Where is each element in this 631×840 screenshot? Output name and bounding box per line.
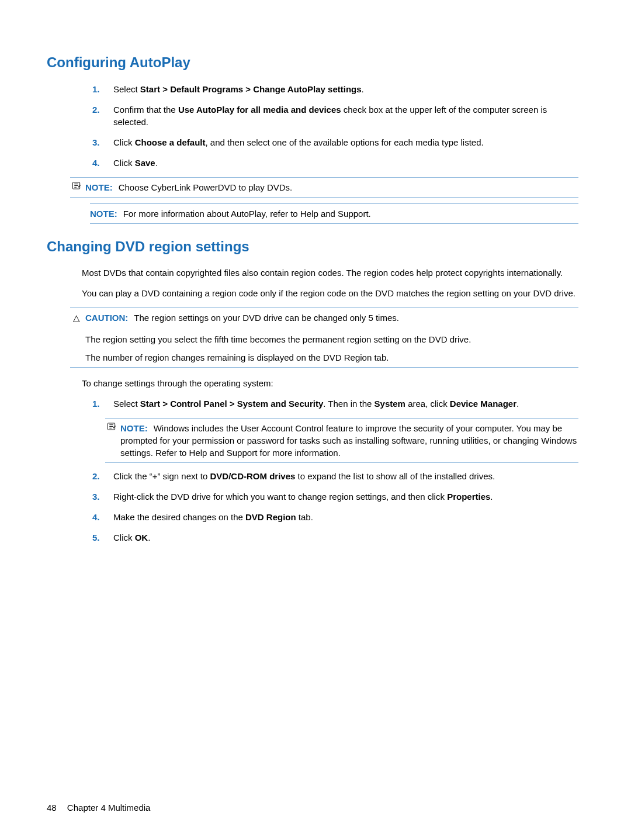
heading-configuring-autoplay: Configuring AutoPlay (47, 53, 578, 72)
note-label: NOTE: (120, 423, 148, 433)
list-item: 4. Click Save. (92, 157, 578, 169)
note-body: NOTE:Windows includes the User Account C… (120, 422, 578, 459)
note-text: Windows includes the User Account Contro… (120, 423, 577, 458)
page-footer: 48 Chapter 4 Multimedia (47, 801, 150, 814)
note-callout: NOTE:For more information about AutoPlay… (90, 203, 578, 224)
caution-text: The number of region changes remaining i… (70, 351, 578, 368)
step-text: Right-click the DVD drive for which you … (113, 490, 578, 503)
chapter-label: Chapter 4 Multimedia (67, 803, 151, 813)
step-number: 2. (92, 103, 113, 128)
text-run: area, click (405, 399, 450, 409)
caution-callout: CAUTION:The region settings on your DVD … (70, 307, 578, 368)
note-callout: NOTE:Choose CyberLink PowerDVD to play D… (70, 177, 578, 198)
text-run: Confirm that the (113, 105, 178, 115)
list-item: 1. Select Start > Control Panel > System… (92, 397, 578, 410)
text-run: , and then select one of the available o… (206, 137, 484, 147)
text-bold: Start > Control Panel > System and Secur… (140, 399, 323, 409)
step-number: 2. (92, 470, 113, 482)
caution-row: CAUTION:The region settings on your DVD … (70, 307, 578, 327)
note-label: NOTE: (85, 182, 113, 192)
step-text: Click the “+” sign next to DVD/CD-ROM dr… (113, 470, 578, 482)
text-run: . (490, 492, 493, 502)
note-icon (70, 181, 83, 193)
step-text: Confirm that the Use AutoPlay for all me… (113, 103, 578, 128)
caution-label: CAUTION: (85, 313, 128, 323)
text-run: Select (113, 399, 140, 409)
text-run: Right-click the DVD drive for which you … (113, 492, 447, 502)
text-bold: System (375, 399, 405, 409)
step-text: Select Start > Default Programs > Change… (113, 83, 578, 95)
step-text: Click Save. (113, 157, 578, 169)
list-item: 3. Right-click the DVD drive for which y… (92, 490, 578, 503)
autoplay-steps: 1. Select Start > Default Programs > Cha… (47, 83, 578, 169)
step-text: Click Choose a default, and then select … (113, 136, 578, 148)
text-bold: DVD/CD-ROM drives (210, 471, 295, 481)
list-item: 5. Click OK. (92, 531, 578, 544)
text-run: Click (113, 137, 135, 147)
text-bold: Start > Default Programs > Change AutoPl… (140, 84, 362, 94)
text-run: Select (113, 84, 140, 94)
step-text: Select Start > Control Panel > System an… (113, 397, 578, 410)
step-number: 4. (92, 157, 113, 169)
caution-text: The region setting you select the fifth … (70, 327, 578, 351)
note-text: Choose CyberLink PowerDVD to play DVDs. (119, 182, 293, 192)
text-run: to expand the list to show all of the in… (295, 471, 495, 481)
text-run: . (155, 158, 158, 168)
note-text: For more information about AutoPlay, ref… (123, 209, 371, 219)
step-number: 5. (92, 531, 113, 544)
text-bold: Properties (447, 492, 490, 502)
caution-icon (70, 312, 83, 324)
step-number: 1. (92, 397, 113, 410)
step-number: 3. (92, 490, 113, 503)
paragraph: You can play a DVD containing a region c… (82, 287, 578, 299)
text-run: . Then in the (323, 399, 374, 409)
list-item: 3. Click Choose a default, and then sele… (92, 136, 578, 148)
note-callout-nested: NOTE:Windows includes the User Account C… (105, 418, 578, 463)
text-run: tab. (296, 512, 313, 522)
paragraph: Most DVDs that contain copyrighted files… (82, 267, 578, 279)
step-number: 1. (92, 83, 113, 95)
region-steps: 1. Select Start > Control Panel > System… (47, 397, 578, 410)
caution-text: The region settings on your DVD drive ca… (134, 313, 399, 323)
list-item: 4. Make the desired changes on the DVD R… (92, 511, 578, 523)
heading-changing-dvd-region: Changing DVD region settings (47, 237, 578, 257)
caution-body: CAUTION:The region settings on your DVD … (85, 312, 578, 324)
text-run: Click (113, 158, 135, 168)
text-bold: Device Manager (450, 399, 516, 409)
step-number: 3. (92, 136, 113, 148)
text-bold: DVD Region (245, 512, 296, 522)
list-item: 2. Click the “+” sign next to DVD/CD-ROM… (92, 470, 578, 482)
text-run: Click the “+” sign next to (113, 471, 210, 481)
note-body: NOTE:Choose CyberLink PowerDVD to play D… (85, 181, 578, 193)
paragraph: To change settings through the operating… (82, 377, 578, 389)
text-run: . (362, 84, 364, 94)
note-label: NOTE: (90, 209, 117, 219)
step-text: Click OK. (113, 531, 578, 544)
text-run: Click (113, 533, 135, 542)
text-run: . (516, 399, 519, 409)
text-bold: Use AutoPlay for all media and devices (178, 105, 341, 115)
page-number: 48 (47, 803, 57, 813)
step-number: 4. (92, 511, 113, 523)
text-bold: Choose a default (135, 137, 206, 147)
region-steps-cont: 2. Click the “+” sign next to DVD/CD-ROM… (47, 470, 578, 544)
step-text: Make the desired changes on the DVD Regi… (113, 511, 578, 523)
note-body: NOTE:For more information about AutoPlay… (90, 208, 578, 220)
list-item: 1. Select Start > Default Programs > Cha… (92, 83, 578, 95)
list-item: 2. Confirm that the Use AutoPlay for all… (92, 103, 578, 128)
text-bold: OK (135, 533, 148, 542)
text-run: . (148, 533, 150, 542)
page: Configuring AutoPlay 1. Select Start > D… (0, 0, 631, 840)
text-run: Make the desired changes on the (113, 512, 245, 522)
note-icon (105, 422, 118, 434)
text-bold: Save (135, 158, 155, 168)
